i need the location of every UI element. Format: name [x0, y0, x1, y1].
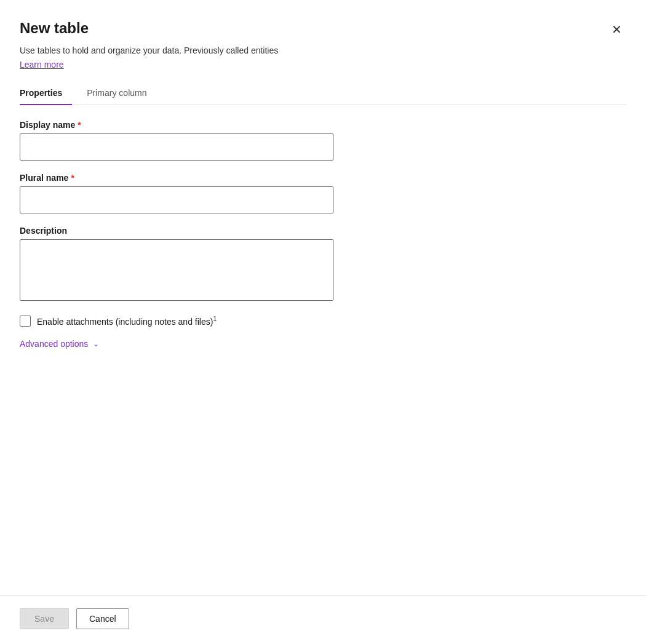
save-button[interactable]: Save	[20, 608, 69, 629]
plural-name-required: *	[71, 173, 74, 183]
display-name-input[interactable]	[20, 133, 333, 161]
tab-properties[interactable]: Properties	[20, 82, 72, 105]
advanced-options-label: Advanced options	[20, 339, 88, 349]
dialog-footer: Save Cancel	[0, 595, 646, 644]
dialog-subtitle: Use tables to hold and organize your dat…	[20, 44, 626, 57]
tabs-container: Properties Primary column	[20, 82, 626, 105]
advanced-options-button[interactable]: Advanced options ⌄	[20, 339, 99, 349]
attachments-group: Enable attachments (including notes and …	[20, 316, 626, 327]
description-input[interactable]	[20, 239, 333, 301]
close-button[interactable]: ✕	[607, 20, 626, 39]
learn-more-link[interactable]: Learn more	[20, 60, 626, 70]
new-table-dialog: New table ✕ Use tables to hold and organ…	[0, 0, 646, 644]
plural-name-group: Plural name *	[20, 173, 626, 213]
dialog-title: New table	[20, 20, 89, 38]
chevron-down-icon: ⌄	[93, 340, 99, 348]
display-name-label: Display name *	[20, 120, 626, 130]
enable-attachments-checkbox[interactable]	[20, 316, 31, 327]
display-name-required: *	[78, 120, 81, 130]
enable-attachments-label: Enable attachments (including notes and …	[37, 316, 217, 327]
display-name-group: Display name *	[20, 120, 626, 161]
description-label: Description	[20, 226, 626, 236]
description-group: Description	[20, 226, 626, 303]
plural-name-input[interactable]	[20, 186, 333, 213]
form-content: Display name * Plural name * Description…	[20, 120, 626, 644]
tab-primary-column[interactable]: Primary column	[87, 82, 156, 105]
dialog-header: New table ✕	[20, 20, 626, 39]
plural-name-label: Plural name *	[20, 173, 626, 183]
cancel-button[interactable]: Cancel	[76, 608, 129, 629]
